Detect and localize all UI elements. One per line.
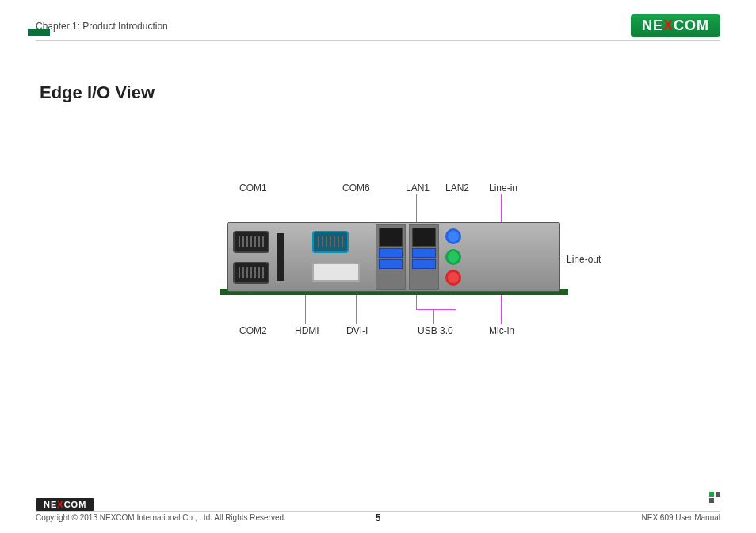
footer-logo-pre: NE [44,500,57,509]
port-com6 [312,231,349,253]
port-com2 [233,262,269,284]
label-micin: Mic-in [489,325,514,336]
svg-rect-1 [716,492,720,497]
port-usb3 [412,259,436,269]
port-com1 [233,231,269,253]
label-usb30: USB 3.0 [418,325,453,336]
page-number: 5 [376,512,381,523]
footer-logo-x: X [57,500,63,509]
logo-text-pre: NE [642,17,663,34]
port-hdmi [277,233,284,281]
jack-line-out [445,249,461,265]
jack-line-in [445,228,461,244]
label-com2: COM2 [239,325,267,336]
manual-name: NEX 609 User Manual [642,513,721,522]
port-lan2 [412,228,436,247]
section-title: Edge I/O View [40,82,720,103]
jack-mic-in [445,270,461,286]
footer-logo: NEXCOM [36,498,94,511]
label-lineout: Line-out [567,254,601,265]
label-com6: COM6 [342,182,370,194]
footer-decoration-icon [709,492,720,503]
chapter-label: Chapter 1: Product Introduction [36,21,168,32]
port-usb3 [412,248,436,258]
label-dvii: DVI-I [346,325,368,336]
brand-logo: NEXCOM [631,14,720,37]
io-diagram: COM1 COM6 LAN1 LAN2 Line-in Line-out COM… [101,159,655,381]
port-lan1 [379,228,403,247]
leader-line [416,309,456,310]
lan-usb-block-2 [409,224,439,290]
label-hdmi: HDMI [295,325,319,336]
logo-text-x: X [663,17,674,34]
port-dvii [312,263,360,282]
svg-rect-2 [709,498,714,503]
logo-text-post: COM [674,17,709,34]
copyright-text: Copyright © 2013 NEXCOM International Co… [36,513,286,522]
lan-usb-block-1 [376,224,406,290]
leader-line [433,309,434,324]
label-com1: COM1 [239,182,267,194]
audio-jack-group [441,223,466,291]
label-linein: Line-in [489,182,517,194]
svg-rect-0 [709,492,714,497]
footer-logo-post: COM [64,500,87,509]
port-usb3 [379,259,403,269]
label-lan1: LAN1 [406,182,430,194]
label-lan2: LAN2 [445,182,469,194]
port-usb3 [379,248,403,258]
io-panel [227,222,560,292]
header-accent-tab [28,29,50,36]
